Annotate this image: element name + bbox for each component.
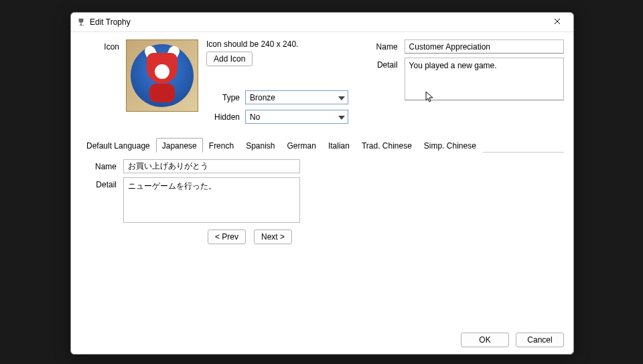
detail-label: Detail: [368, 58, 405, 100]
chevron-down-icon: [338, 112, 345, 122]
tab-spanish[interactable]: Spanish: [240, 138, 281, 153]
detail-field[interactable]: You played a new game.: [405, 58, 564, 100]
cancel-button[interactable]: Cancel: [516, 333, 564, 347]
tab-default-language[interactable]: Default Language: [80, 138, 156, 153]
chevron-down-icon: [338, 93, 345, 102]
name-field[interactable]: [405, 39, 564, 54]
language-tabs: Default Language Japanese French Spanish…: [80, 137, 564, 153]
edit-trophy-window: Edit Trophy Icon Icon should: [70, 12, 574, 355]
close-icon: [554, 17, 561, 27]
window-title: Edit Trophy: [90, 17, 131, 27]
localized-detail-label: Detail: [80, 177, 123, 223]
tab-japanese[interactable]: Japanese: [156, 138, 203, 153]
close-button[interactable]: [547, 13, 568, 31]
app-icon: [76, 17, 86, 27]
trophy-icon-preview: [126, 39, 198, 112]
hidden-value: No: [250, 112, 260, 122]
type-label: Type: [206, 93, 245, 102]
localized-name-field[interactable]: [123, 159, 300, 173]
prev-button[interactable]: < Prev: [208, 230, 246, 244]
tab-italian[interactable]: Italian: [322, 138, 356, 153]
ok-button[interactable]: OK: [461, 333, 509, 347]
tab-french[interactable]: French: [203, 138, 240, 153]
type-select[interactable]: Bronze: [245, 90, 348, 104]
localized-detail-field[interactable]: ニューゲームを行った。: [123, 177, 300, 223]
next-button[interactable]: Next >: [254, 230, 292, 244]
tab-german[interactable]: German: [281, 138, 322, 153]
tab-simp-chinese[interactable]: Simp. Chinese: [418, 138, 482, 153]
icon-label: Icon: [80, 39, 126, 124]
titlebar: Edit Trophy: [71, 13, 573, 32]
hidden-select[interactable]: No: [245, 110, 348, 124]
tab-trad-chinese[interactable]: Trad. Chinese: [356, 138, 418, 153]
icon-size-hint: Icon should be 240 x 240.: [206, 39, 348, 49]
hidden-label: Hidden: [206, 112, 245, 122]
name-label: Name: [368, 39, 405, 54]
add-icon-button[interactable]: Add Icon: [206, 52, 253, 66]
type-value: Bronze: [250, 93, 275, 102]
localized-name-label: Name: [80, 159, 123, 173]
